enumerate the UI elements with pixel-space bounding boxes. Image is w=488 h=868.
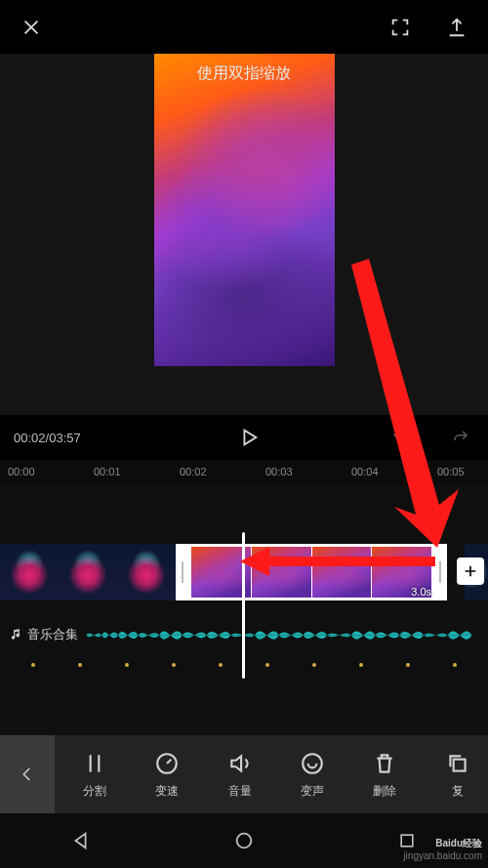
volume-icon bbox=[227, 751, 253, 776]
triangle-back-icon bbox=[70, 830, 92, 851]
delete-icon bbox=[372, 751, 397, 776]
audio-label-text: 音乐合集 bbox=[27, 626, 78, 643]
close-icon bbox=[20, 17, 42, 38]
annotation-arrow-horizontal bbox=[240, 547, 435, 580]
svg-point-3 bbox=[237, 834, 252, 848]
watermark-brand: Baidu经验 bbox=[435, 838, 482, 848]
clip-duration: 3.0s bbox=[411, 586, 431, 598]
export-button[interactable] bbox=[443, 14, 470, 41]
fullscreen-button[interactable] bbox=[386, 14, 414, 41]
audio-label: 音乐合集 bbox=[10, 626, 78, 643]
speed-icon bbox=[154, 751, 180, 776]
tool-voice[interactable]: 变声 bbox=[299, 750, 326, 800]
svg-point-1 bbox=[303, 754, 322, 773]
toolbar-back-button[interactable] bbox=[0, 735, 55, 813]
close-button[interactable] bbox=[18, 14, 45, 41]
tool-label: 变速 bbox=[155, 783, 179, 800]
tool-label: 删除 bbox=[373, 783, 396, 800]
pinch-hint: 使用双指缩放 bbox=[197, 63, 291, 84]
annotation-arrow-diagonal bbox=[344, 259, 461, 556]
time-display: 00:02/03:57 bbox=[14, 431, 111, 445]
edit-toolbar: 分割 变速 音量 变声 删除 复 bbox=[0, 735, 488, 813]
clip-thumbnail bbox=[117, 544, 176, 600]
upload-icon bbox=[446, 17, 468, 38]
nav-back-button[interactable] bbox=[67, 827, 95, 854]
chevron-left-icon bbox=[19, 765, 36, 783]
preview-frame: 使用双指缩放 bbox=[154, 54, 335, 366]
clip-thumbnail bbox=[59, 544, 117, 600]
tool-copy[interactable]: 复 bbox=[444, 750, 471, 800]
clip-1[interactable] bbox=[0, 544, 176, 600]
ruler-tick: 00:02 bbox=[180, 466, 207, 477]
play-icon bbox=[238, 427, 260, 448]
play-button[interactable] bbox=[235, 424, 263, 451]
audio-waveform bbox=[86, 617, 488, 652]
watermark-url: jingyan.baidu.com bbox=[403, 850, 482, 861]
tool-speed[interactable]: 变速 bbox=[153, 750, 181, 800]
add-clip-button[interactable] bbox=[457, 558, 484, 585]
total-time: 03:57 bbox=[49, 431, 81, 445]
tool-label: 变声 bbox=[301, 783, 324, 800]
circle-home-icon bbox=[233, 830, 255, 851]
nav-home-button[interactable] bbox=[230, 827, 258, 854]
ruler-tick: 00:01 bbox=[94, 466, 121, 477]
watermark: Baidu经验 jingyan.baidu.com bbox=[403, 837, 482, 862]
music-icon bbox=[10, 628, 23, 641]
tool-volume[interactable]: 音量 bbox=[226, 750, 254, 800]
ruler-tick: 00:00 bbox=[8, 466, 35, 477]
tool-label: 分割 bbox=[83, 783, 106, 800]
tool-label: 音量 bbox=[228, 783, 252, 800]
split-icon bbox=[82, 751, 107, 776]
clip-handle-left[interactable] bbox=[176, 544, 189, 600]
ruler-tick: 00:03 bbox=[265, 466, 293, 477]
plus-icon bbox=[463, 563, 478, 579]
tool-label: 复 bbox=[452, 783, 464, 800]
top-bar bbox=[0, 0, 488, 54]
expand-icon bbox=[389, 17, 411, 38]
tool-delete[interactable]: 删除 bbox=[371, 750, 398, 800]
voice-change-icon bbox=[300, 751, 325, 776]
current-time: 00:02 bbox=[14, 431, 46, 445]
clip-thumbnail bbox=[0, 544, 59, 600]
tool-split[interactable]: 分割 bbox=[81, 750, 108, 800]
copy-icon bbox=[445, 751, 470, 776]
svg-rect-2 bbox=[453, 759, 465, 770]
